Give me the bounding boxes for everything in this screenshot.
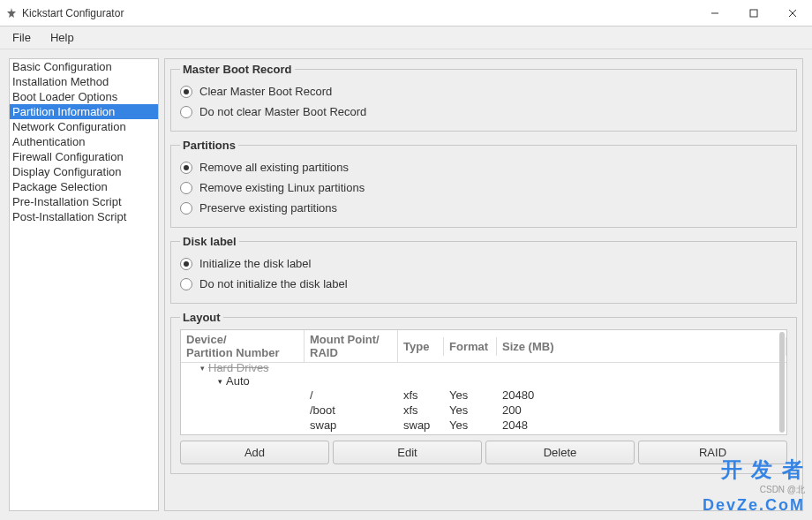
sidebar-item-install-method[interactable]: Installation Method: [10, 74, 158, 89]
cell-size: 20480: [497, 388, 786, 403]
disklabel-legend: Disk label: [180, 235, 239, 248]
sidebar-item-boot-loader[interactable]: Boot Loader Options: [10, 89, 158, 104]
radio-label: Remove existing Linux partitions: [199, 181, 365, 194]
radio-init-label[interactable]: Initialize the disk label: [180, 253, 787, 274]
sidebar: Basic Configuration Installation Method …: [9, 58, 159, 511]
cell-format: Yes: [444, 403, 497, 418]
main-panel: Master Boot Record Clear Master Boot Rec…: [164, 58, 803, 511]
sidebar-item-preinstall[interactable]: Pre-Installation Script: [10, 194, 158, 209]
cell-size: 2048: [497, 418, 786, 433]
radio-icon: [180, 202, 192, 215]
chevron-down-icon: ▾: [200, 364, 205, 373]
col-device[interactable]: Device/ Partition Number: [181, 330, 304, 362]
table-row[interactable]: swap swap Yes 2048: [181, 418, 786, 433]
col-mount[interactable]: Mount Point/ RAID: [304, 330, 398, 362]
sidebar-item-postinstall[interactable]: Post-Installation Script: [10, 209, 158, 224]
add-button[interactable]: Add: [180, 441, 329, 464]
cell-format: Yes: [444, 418, 497, 433]
menubar: File Help: [0, 26, 812, 49]
radio-label: Do not initialize the disk label: [199, 277, 348, 290]
mbr-legend: Master Boot Record: [180, 63, 295, 76]
cell-size: 200: [497, 403, 786, 418]
col-size[interactable]: Size (MB): [497, 337, 786, 356]
disklabel-group: Disk label Initialize the disk label Do …: [170, 235, 797, 304]
cell-type: xfs: [398, 388, 444, 403]
delete-button[interactable]: Delete: [485, 441, 635, 464]
chevron-down-icon: ▾: [218, 377, 222, 386]
radio-remove-linux[interactable]: Remove existing Linux partitions: [180, 177, 787, 198]
radio-remove-all[interactable]: Remove all existing partitions: [180, 157, 787, 177]
window-controls: [695, 0, 812, 26]
sidebar-item-auth[interactable]: Authentication: [10, 134, 158, 149]
table-row[interactable]: / xfs Yes 20480: [181, 388, 786, 403]
cell-mount: /boot: [304, 403, 398, 418]
cell-format: Yes: [444, 388, 497, 403]
close-button[interactable]: [773, 0, 812, 26]
tree-hard-drives[interactable]: ▾ Hard Drives: [181, 361, 786, 374]
radio-label: Clear Master Boot Record: [199, 85, 332, 98]
tree-auto[interactable]: ▾ Auto: [181, 374, 786, 388]
sidebar-item-basic[interactable]: Basic Configuration: [10, 59, 158, 74]
radio-label: Preserve existing partitions: [199, 201, 337, 215]
radio-label: Remove all existing partitions: [199, 161, 349, 174]
radio-icon: [180, 106, 192, 118]
content: Basic Configuration Installation Method …: [0, 49, 812, 520]
radio-icon: [180, 278, 192, 290]
cell-mount: /: [304, 388, 398, 403]
sidebar-item-display[interactable]: Display Configuration: [10, 164, 158, 179]
cell-type: xfs: [398, 403, 444, 418]
partitions-group: Partitions Remove all existing partition…: [170, 139, 797, 228]
cell-mount: swap: [304, 418, 398, 433]
layout-group: Layout Device/ Partition Number Mount Po…: [170, 311, 797, 474]
radio-preserve[interactable]: Preserve existing partitions: [180, 198, 787, 218]
table-body: ▾ Hard Drives ▾ Auto / xfs Yes 20480: [181, 363, 786, 434]
maximize-button[interactable]: [734, 0, 773, 26]
titlebar: Kickstart Configurator: [0, 0, 812, 26]
radio-label: Do not clear Master Boot Record: [199, 105, 366, 118]
radio-icon: [180, 86, 192, 98]
svg-rect-1: [750, 10, 757, 17]
col-type[interactable]: Type: [398, 337, 444, 356]
layout-buttons: Add Edit Delete RAID: [180, 441, 787, 464]
partition-table: Device/ Partition Number Mount Point/ RA…: [180, 329, 787, 435]
minimize-button[interactable]: [695, 0, 734, 26]
sidebar-item-partition[interactable]: Partition Information: [10, 104, 158, 119]
radio-icon: [180, 162, 192, 174]
sidebar-item-packages[interactable]: Package Selection: [10, 179, 158, 194]
mbr-group: Master Boot Record Clear Master Boot Rec…: [170, 63, 797, 132]
scrollbar[interactable]: [779, 332, 785, 433]
table-header: Device/ Partition Number Mount Point/ RA…: [181, 330, 786, 363]
partitions-legend: Partitions: [180, 139, 238, 152]
radio-label: Initialize the disk label: [199, 257, 311, 270]
cell-type: swap: [398, 418, 444, 433]
menu-help[interactable]: Help: [41, 28, 83, 47]
col-format[interactable]: Format: [444, 337, 497, 356]
sidebar-item-network[interactable]: Network Configuration: [10, 119, 158, 134]
table-row[interactable]: /boot xfs Yes 200: [181, 403, 786, 418]
radio-clear-mbr[interactable]: Clear Master Boot Record: [180, 81, 787, 102]
radio-noclear-mbr[interactable]: Do not clear Master Boot Record: [180, 102, 787, 122]
menu-file[interactable]: File: [4, 28, 40, 47]
window-title: Kickstart Configurator: [22, 7, 695, 19]
raid-button[interactable]: RAID: [638, 441, 787, 464]
layout-legend: Layout: [180, 311, 223, 324]
radio-icon: [180, 258, 192, 270]
radio-icon: [180, 182, 192, 194]
tree-label: Hard Drives: [208, 361, 269, 374]
app-icon: [5, 7, 18, 19]
sidebar-item-firewall[interactable]: Firewall Configuration: [10, 149, 158, 164]
tree-label: Auto: [226, 374, 250, 388]
edit-button[interactable]: Edit: [333, 441, 482, 464]
radio-noinit-label[interactable]: Do not initialize the disk label: [180, 274, 787, 294]
